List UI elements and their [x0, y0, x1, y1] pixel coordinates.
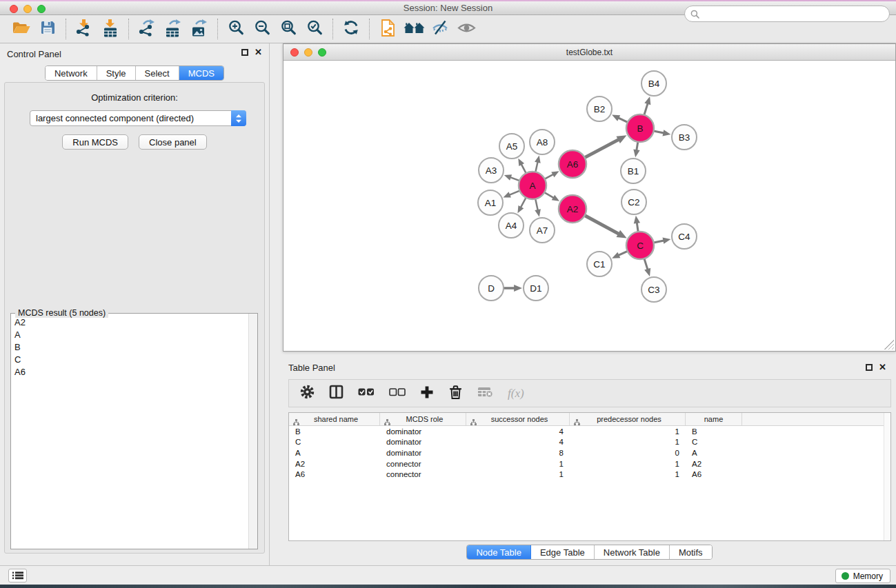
node-B2[interactable]: B2 — [587, 97, 612, 121]
table-cell[interactable]: A6 — [289, 469, 380, 480]
tab-style[interactable]: Style — [97, 66, 136, 80]
table-cell[interactable]: A — [289, 447, 380, 458]
table-cell[interactable]: connector — [380, 458, 466, 469]
close-panel-button[interactable]: Close panel — [139, 134, 207, 150]
window-controls[interactable] — [10, 5, 46, 13]
zoom-fit-button[interactable] — [275, 17, 301, 41]
edge-A2-C[interactable] — [585, 216, 619, 234]
table-cell[interactable]: B — [289, 426, 380, 437]
edge-A-A6[interactable] — [545, 174, 554, 179]
table-cell[interactable]: A2 — [686, 458, 742, 469]
table-row[interactable]: Cdominator41C — [289, 437, 890, 448]
node-A4[interactable]: A4 — [499, 213, 524, 238]
add-button[interactable] — [420, 385, 434, 402]
node-C[interactable]: C — [626, 232, 654, 259]
criterion-dropdown[interactable]: largest connected component (directed) — [30, 110, 246, 126]
network-minimize-icon[interactable] — [304, 48, 312, 57]
network-zoom-icon[interactable] — [318, 48, 326, 57]
node-D1[interactable]: D1 — [524, 276, 548, 301]
float-panel-icon[interactable] — [241, 49, 248, 56]
edge-B-B1[interactable] — [637, 142, 638, 150]
run-mcds-button[interactable]: Run MCDS — [62, 134, 128, 150]
node-C1[interactable]: C1 — [587, 252, 612, 276]
table-float-panel-icon[interactable] — [866, 364, 873, 371]
table-cell[interactable]: A2 — [289, 458, 380, 469]
table-close-panel-icon[interactable]: ✕ — [879, 364, 886, 371]
node-A8[interactable]: A8 — [530, 130, 555, 154]
search-input[interactable] — [699, 9, 889, 19]
table-cell[interactable]: 1 — [466, 469, 570, 480]
node-A7[interactable]: A7 — [530, 218, 555, 243]
columns-button[interactable] — [329, 385, 344, 402]
edge-C-C3[interactable] — [644, 258, 648, 270]
zoom-selected-button[interactable] — [301, 17, 328, 41]
node-A1[interactable]: A1 — [478, 190, 503, 215]
export-image-button[interactable] — [186, 17, 212, 41]
column-header-shared-name[interactable]: shared name — [289, 413, 380, 425]
node-C4[interactable]: C4 — [672, 224, 697, 249]
network-window-titlebar[interactable]: testGlobe.txt — [283, 44, 895, 61]
node-B1[interactable]: B1 — [621, 159, 646, 183]
edge-A-A3[interactable] — [510, 177, 520, 181]
resize-grip[interactable] — [884, 340, 894, 349]
select-all-button[interactable] — [358, 387, 375, 400]
table-cell[interactable]: A6 — [686, 469, 742, 480]
table-row[interactable]: Bdominator41B — [289, 426, 890, 437]
edge-C-C1[interactable] — [618, 251, 627, 255]
node-A5[interactable]: A5 — [499, 134, 524, 159]
edge-A-A7[interactable] — [535, 199, 538, 211]
table-cell[interactable]: 4 — [466, 426, 570, 437]
zoom-in-button[interactable] — [223, 17, 249, 41]
zoom-window-icon[interactable] — [37, 5, 46, 13]
table-cell[interactable]: 1 — [570, 437, 686, 448]
edge-B-B4[interactable] — [644, 103, 648, 115]
table-cell[interactable]: 1 — [570, 426, 686, 437]
table-cell[interactable]: A — [686, 447, 742, 458]
node-A6[interactable]: A6 — [559, 150, 586, 178]
tab-network-table[interactable]: Network Table — [595, 545, 670, 559]
tab-select[interactable]: Select — [136, 66, 179, 80]
import-table-button[interactable] — [97, 17, 123, 41]
edge-A-A1[interactable] — [509, 191, 519, 195]
node-B3[interactable]: B3 — [672, 125, 697, 150]
node-B[interactable]: B — [626, 114, 654, 142]
tab-motifs[interactable]: Motifs — [670, 545, 712, 559]
column-header-predecessor-nodes[interactable]: predecessor nodes — [570, 413, 686, 425]
table-cell[interactable]: dominator — [380, 426, 466, 437]
result-item[interactable]: A2 — [11, 316, 248, 328]
table-cell[interactable]: C — [289, 437, 380, 448]
table-cell[interactable]: connector — [380, 469, 466, 480]
zoom-out-button[interactable] — [249, 17, 275, 41]
result-item[interactable]: B — [11, 341, 248, 353]
minimize-window-icon[interactable] — [23, 5, 32, 13]
tab-network[interactable]: Network — [46, 66, 97, 80]
node-B4[interactable]: B4 — [641, 71, 666, 96]
table-scrollbar[interactable] — [884, 413, 890, 540]
refresh-button[interactable] — [338, 17, 364, 41]
close-window-icon[interactable] — [10, 5, 18, 13]
table-row[interactable]: A2connector11A2 — [289, 458, 890, 469]
table-cell[interactable]: C — [686, 437, 742, 448]
tab-edge-table[interactable]: Edge Table — [531, 545, 595, 559]
edge-A-A2[interactable] — [544, 192, 554, 198]
table-cell[interactable]: 4 — [466, 437, 570, 448]
mcds-result-list[interactable]: A2ABCA6 — [11, 316, 248, 549]
node-C3[interactable]: C3 — [641, 277, 666, 302]
edge-C-C2[interactable] — [637, 223, 638, 232]
tab-mcds[interactable]: MCDS — [179, 66, 223, 80]
import-network-button[interactable] — [71, 17, 97, 41]
table-cell[interactable]: 1 — [466, 458, 570, 469]
column-header-name[interactable]: name — [686, 413, 742, 425]
memory-button[interactable]: Memory — [835, 569, 890, 583]
edge-A-A4[interactable] — [521, 198, 526, 207]
result-item[interactable]: A — [11, 328, 248, 341]
close-panel-icon[interactable]: ✕ — [255, 49, 262, 56]
table-cell[interactable]: 1 — [570, 458, 686, 469]
node-A3[interactable]: A3 — [479, 158, 504, 183]
table-cell[interactable]: dominator — [380, 437, 466, 448]
edge-C-C4[interactable] — [654, 241, 664, 243]
table-row[interactable]: A6connector11A6 — [289, 469, 890, 480]
node-A2[interactable]: A2 — [559, 195, 586, 223]
show-button[interactable] — [453, 17, 479, 41]
deselect-all-button[interactable] — [389, 387, 406, 400]
